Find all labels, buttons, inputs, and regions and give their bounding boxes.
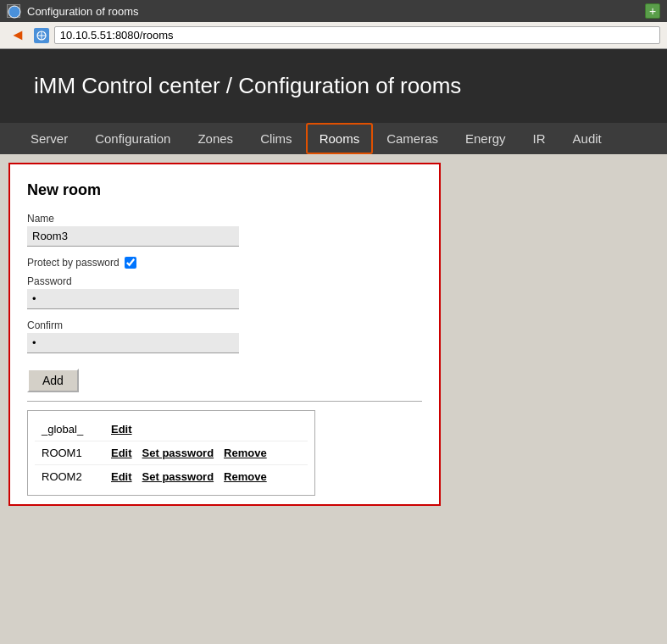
nav-item-rooms[interactable]: Rooms (306, 123, 374, 154)
room-name: ROOM1 (42, 447, 101, 459)
site-icon (34, 28, 49, 43)
back-button[interactable]: ◄ (7, 26, 29, 44)
address-input[interactable] (54, 26, 660, 44)
table-row: _global_ Edit (35, 418, 308, 441)
nav-item-energy[interactable]: Energy (452, 123, 520, 154)
new-tab-button[interactable]: + (645, 3, 660, 19)
address-bar: ◄ (0, 22, 667, 49)
title-bar: Configuration of rooms + (0, 0, 667, 22)
section-divider (27, 401, 422, 402)
protect-label: Protect by password (27, 257, 120, 269)
nav-item-ir[interactable]: IR (520, 123, 559, 154)
password-label: Password (27, 275, 422, 287)
section-title: New room (27, 181, 422, 199)
back-icon: ◄ (10, 26, 25, 43)
main-content: New room Name Protect by password Passwo… (0, 154, 667, 514)
form-inner: New room Name Protect by password Passwo… (10, 164, 439, 504)
table-row: ROOM1 Edit Set password Remove (35, 441, 308, 465)
edit-link-room1[interactable]: Edit (111, 447, 132, 459)
remove-link-room2[interactable]: Remove (224, 470, 267, 483)
room-name: ROOM2 (42, 470, 101, 483)
add-button[interactable]: Add (27, 369, 79, 392)
window-title: Configuration of rooms (27, 5, 638, 18)
set-password-link-room2[interactable]: Set password (142, 470, 214, 483)
room-name: _global_ (42, 423, 101, 436)
confirm-input[interactable] (27, 333, 239, 353)
nav-item-configuration[interactable]: Configuration (81, 123, 184, 154)
browser-icon (7, 4, 20, 18)
rooms-list: _global_ Edit ROOM1 Edit Set password Re… (27, 410, 315, 496)
name-input[interactable] (27, 226, 239, 247)
form-panel: New room Name Protect by password Passwo… (8, 163, 441, 506)
nav-item-cameras[interactable]: Cameras (373, 123, 452, 154)
edit-link-room2[interactable]: Edit (111, 470, 132, 483)
nav-item-zones[interactable]: Zones (184, 123, 247, 154)
table-row: ROOM2 Edit Set password Remove (35, 465, 308, 488)
nav-item-server[interactable]: Server (17, 123, 81, 154)
name-label: Name (27, 213, 422, 225)
nav-item-clims[interactable]: Clims (247, 123, 306, 154)
nav-bar: Server Configuration Zones Clims Rooms C… (0, 123, 667, 154)
edit-link-global[interactable]: Edit (111, 423, 132, 436)
new-room-section: New room Name Protect by password Passwo… (27, 181, 422, 392)
confirm-label: Confirm (27, 319, 422, 331)
nav-item-audit[interactable]: Audit (559, 123, 615, 154)
page-header: iMM Control center / Configuration of ro… (0, 49, 667, 123)
protect-row: Protect by password (27, 257, 422, 269)
set-password-link-room1[interactable]: Set password (142, 447, 214, 459)
password-input[interactable] (27, 289, 239, 309)
svg-point-0 (8, 6, 20, 18)
remove-link-room1[interactable]: Remove (224, 447, 267, 459)
protect-checkbox[interactable] (125, 257, 136, 269)
page-title: iMM Control center / Configuration of ro… (34, 73, 461, 98)
